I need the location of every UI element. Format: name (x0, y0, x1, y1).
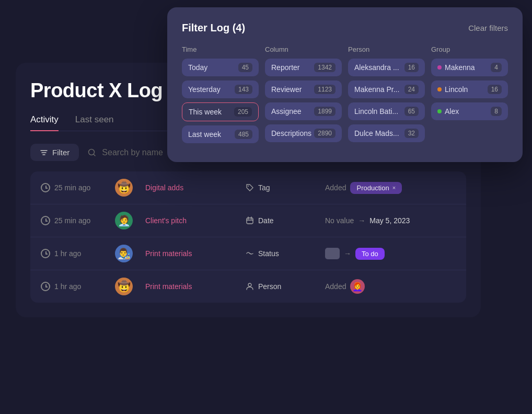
svg-point-3 (248, 283, 251, 286)
search-area: Search by name (87, 148, 163, 157)
tag-icon (246, 183, 254, 192)
clock-icon (41, 282, 50, 291)
table-row: 1 hr ago 🤠 Print materials Person Added … (30, 270, 466, 303)
search-placeholder[interactable]: Search by name (102, 148, 163, 157)
filter-col-column: Column Reporter 1342 Reviewer 1123 Assig… (265, 45, 342, 147)
filter-label-dulce: Dulce Mads... (354, 129, 399, 137)
filter-item-lincoln[interactable]: Lincoln Bati... 65 (348, 102, 425, 120)
item-name[interactable]: Client's pitch (145, 216, 239, 225)
filter-count-aleksandra: 16 (404, 63, 419, 72)
filter-item-assignee[interactable]: Assignee 1899 (265, 102, 342, 120)
filter-grid: Time Today 45 Yesterday 143 This week 20… (182, 45, 508, 147)
filter-label-lincoln-group: Lincoln (437, 85, 468, 94)
filter-item-descriptions[interactable]: Descriptions 2890 (265, 124, 342, 142)
filter-label-last-week: Last week (188, 130, 221, 139)
svg-point-1 (248, 186, 249, 187)
time-cell: 1 hr ago (41, 249, 109, 258)
filter-item-aleksandra[interactable]: Aleksandra ... 16 (348, 59, 425, 76)
log-table: 25 min ago 🤠 Digital adds Tag Added Prod… (30, 171, 466, 303)
action-label: No value (325, 216, 354, 225)
dot-icon (437, 87, 442, 91)
close-icon[interactable]: × (392, 185, 396, 191)
filter-label-aleksandra: Aleksandra ... (354, 63, 399, 72)
arrow-icon: → (358, 216, 365, 225)
filter-count-makenna-pr: 24 (404, 85, 419, 94)
filter-label-assignee: Assignee (271, 107, 302, 116)
filter-item-dulce[interactable]: Dulce Mads... 32 (348, 124, 425, 142)
column-cell: Status (246, 249, 319, 258)
filter-count-last-week: 485 (235, 130, 252, 139)
arrow-icon: → (344, 249, 351, 258)
filter-count-today: 45 (238, 63, 252, 72)
person-icon (246, 282, 254, 291)
filter-label-makenna-group: Makenna (437, 63, 475, 72)
filter-item-makenna-pr[interactable]: Makenna Pr... 24 (348, 80, 425, 98)
filter-item-alex-group[interactable]: Alex 8 (431, 102, 508, 120)
svg-rect-2 (247, 218, 253, 224)
filter-panel-title: Filter Log (4) (182, 22, 245, 34)
search-icon (87, 148, 97, 157)
filter-item-reviewer[interactable]: Reviewer 1123 (265, 80, 342, 98)
item-name[interactable]: Print materials (145, 282, 239, 291)
date-icon (246, 216, 254, 225)
column-name: Person (258, 282, 281, 291)
avatar: 🤠 (115, 179, 133, 197)
filter-count-descriptions: 2890 (314, 129, 336, 138)
filter-label-yesterday: Yesterday (188, 85, 221, 94)
filter-count-lincoln-group: 16 (488, 85, 502, 94)
filter-col-header-group: Group (431, 45, 508, 53)
filter-label-reporter: Reporter (271, 63, 299, 72)
avatar: 🧑‍💼 (115, 212, 133, 229)
filter-button[interactable]: Filter (30, 144, 79, 161)
filter-item-last-week[interactable]: Last week 485 (182, 125, 259, 143)
item-name[interactable]: Digital adds (145, 183, 239, 192)
filter-count-yesterday: 143 (235, 85, 252, 94)
time-value: 1 hr ago (54, 282, 81, 291)
filter-item-this-week[interactable]: This week 205 (182, 102, 259, 121)
filter-col-header-person: Person (348, 45, 425, 53)
filter-label-lincoln: Lincoln Bati... (354, 107, 398, 116)
dot-icon (437, 109, 442, 113)
filter-label-alex-group: Alex (437, 107, 459, 116)
column-cell: Tag (246, 183, 319, 192)
clock-icon (41, 183, 50, 192)
filter-label-descriptions: Descriptions (271, 129, 311, 137)
column-cell: Person (246, 282, 319, 291)
badge-label: To do (362, 250, 378, 258)
avatar: 👨‍🎨 (115, 245, 133, 262)
filter-item-reporter[interactable]: Reporter 1342 (265, 59, 342, 76)
value-cell: Added Production × (325, 182, 456, 194)
time-cell: 25 min ago (41, 183, 109, 192)
filter-panel: Filter Log (4) Clear filters Time Today … (167, 7, 523, 162)
production-badge: Production × (350, 182, 402, 194)
status-icon (246, 249, 254, 258)
badge-label: Production (356, 184, 389, 192)
table-row: 25 min ago 🤠 Digital adds Tag Added Prod… (30, 171, 466, 204)
filter-count-reporter: 1342 (314, 63, 336, 72)
table-row: 1 hr ago 👨‍🎨 Print materials Status → To… (30, 237, 466, 270)
filter-item-makenna-group[interactable]: Makenna 4 (431, 59, 508, 76)
filter-count-makenna-group: 4 (491, 63, 502, 72)
column-name: Status (258, 249, 279, 258)
filter-item-lincoln-group[interactable]: Lincoln 16 (431, 80, 508, 98)
filter-label-this-week: This week (189, 108, 222, 116)
column-name: Date (258, 216, 274, 225)
filter-label: Filter (52, 148, 70, 157)
filter-label-reviewer: Reviewer (271, 85, 302, 94)
dot-icon (437, 65, 442, 70)
tab-last-seen[interactable]: Last seen (75, 114, 114, 131)
filter-item-yesterday[interactable]: Yesterday 143 (182, 80, 259, 98)
value-cell: → To do (325, 248, 456, 260)
time-cell: 25 min ago (41, 216, 109, 225)
item-name[interactable]: Print materials (145, 249, 239, 258)
filter-item-today[interactable]: Today 45 (182, 59, 259, 76)
filter-header: Filter Log (4) Clear filters (182, 22, 508, 34)
column-name: Tag (258, 183, 270, 192)
empty-status (325, 248, 340, 259)
person-avatar: 👩‍🦰 (350, 279, 365, 294)
tab-activity[interactable]: Activity (30, 114, 59, 131)
filter-label-makenna-pr: Makenna Pr... (354, 85, 399, 94)
filter-col-group: Group Makenna 4 Lincoln 16 Alex (431, 45, 508, 147)
date-value: May 5, 2023 (369, 216, 410, 225)
clear-filters-button[interactable]: Clear filters (468, 24, 508, 32)
